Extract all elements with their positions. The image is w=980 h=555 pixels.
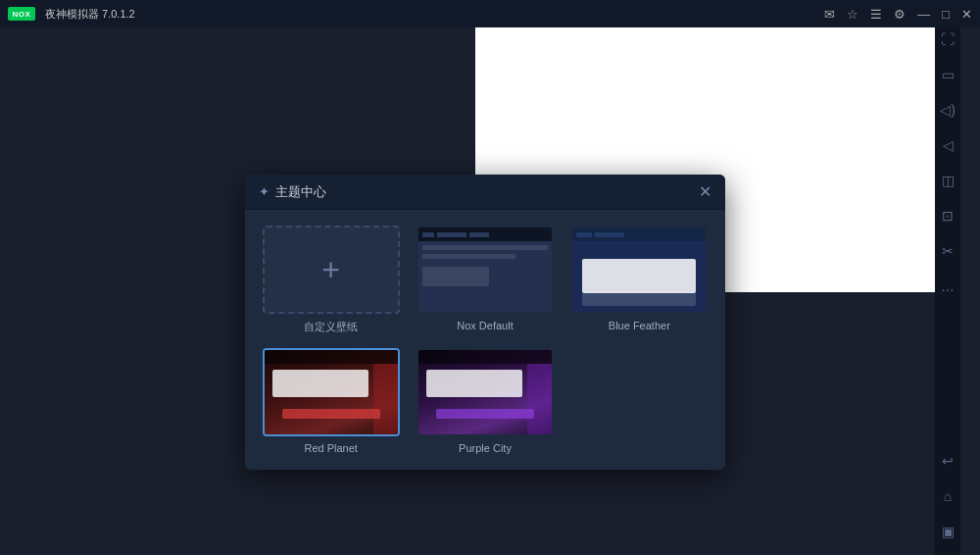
scissors-icon[interactable]: ✂ [942,243,954,259]
theme-item-blue[interactable]: Blue Feather [569,226,710,334]
theme-label-red: Red Planet [304,442,357,454]
theme-item-red[interactable]: Red Planet [261,348,401,454]
theme-thumb-purple[interactable] [416,348,554,436]
back-icon[interactable]: ↩ [942,453,954,469]
nox-preview [418,227,552,312]
right-sidebar: ⛶ ▭ ◁) ◁ ◫ ⊡ ✂ … ↩ ⌂ ▣ [935,27,960,555]
purple-preview [418,350,552,434]
main-area: ⛶ ▭ ◁) ◁ ◫ ⊡ ✂ … ↩ ⌂ ▣ ✦ 主题中心 ✕ + [0,27,960,555]
app-logo: NOX 夜神模拟器 7.0.1.2 [8,7,135,22]
theme-item-nox[interactable]: Nox Default [415,226,555,334]
more-icon[interactable]: … [941,278,955,294]
home-icon[interactable]: ⌂ [944,488,952,504]
theme-label-purple: Purple City [459,442,512,454]
minimize-button[interactable]: — [917,7,930,22]
theme-label-blue: Blue Feather [609,320,670,331]
window-controls: ✉ ☆ ☰ ⚙ — □ ✕ [824,7,972,22]
theme-label-custom: 自定义壁纸 [304,320,358,334]
theme-thumb-custom[interactable]: + [263,226,400,314]
expand-icon[interactable]: ⛶ [941,31,955,47]
close-button[interactable]: ✕ [961,7,972,22]
dialog-title-row: ✦ 主题中心 [259,183,326,201]
dialog-header: ✦ 主题中心 ✕ [245,175,725,210]
theme-thumb-red[interactable] [263,348,400,436]
star-icon[interactable]: ☆ [847,7,858,22]
message-icon[interactable]: ✉ [824,7,835,22]
maximize-button[interactable]: □ [942,7,950,22]
grid-icon[interactable]: ⊡ [942,208,954,224]
recent-icon[interactable]: ▣ [942,524,955,539]
theme-item-custom[interactable]: + 自定义壁纸 [261,226,401,334]
theme-label-nox: Nox Default [457,320,513,331]
settings-icon[interactable]: ⚙ [894,7,906,22]
theme-grid: + 自定义壁纸 [245,210,725,470]
theme-thumb-nox[interactable] [416,226,554,314]
theme-thumb-blue[interactable] [570,226,708,314]
screen-icon[interactable]: ◫ [942,173,955,188]
nox-preview-toolbar [418,227,552,241]
menu-icon[interactable]: ☰ [870,7,882,22]
nox-logo-text: NOX [13,10,31,19]
plus-icon: + [321,252,340,288]
dialog-close-button[interactable]: ✕ [699,182,711,201]
device-icon[interactable]: ▭ [942,67,955,82]
blue-preview-toolbar [572,227,706,241]
app-title: 夜神模拟器 7.0.1.2 [45,7,135,22]
volume-icon[interactable]: ◁) [940,102,956,118]
nox-logo-box: NOX [8,7,35,21]
theme-dialog: ✦ 主题中心 ✕ + 自定义壁纸 [245,175,725,470]
title-bar: NOX 夜神模拟器 7.0.1.2 ✉ ☆ ☰ ⚙ — □ ✕ [0,0,980,27]
theme-icon: ✦ [259,184,270,199]
mute-icon[interactable]: ◁ [943,137,954,153]
dialog-title: 主题中心 [275,183,326,201]
red-preview [265,350,398,434]
red-preview-toolbar [265,350,398,364]
purple-preview-toolbar [418,350,552,364]
sidebar-bottom: ↩ ⌂ ▣ [942,453,955,555]
blue-preview [572,227,706,312]
theme-item-purple[interactable]: Purple City [415,348,555,454]
